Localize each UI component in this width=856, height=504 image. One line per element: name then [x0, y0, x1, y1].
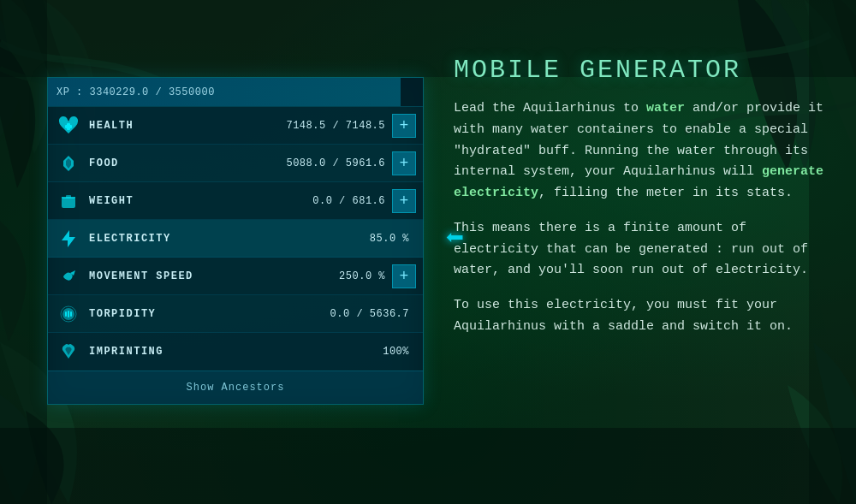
- p1-water-highlight: water: [646, 101, 685, 116]
- health-icon: [55, 112, 82, 139]
- food-plus-button[interactable]: +: [392, 151, 416, 175]
- movement-value: 250.0 %: [339, 270, 385, 282]
- page-title: Mobile Generator: [454, 56, 830, 85]
- electricity-icon: [55, 225, 82, 252]
- food-value: 5088.0 / 5961.6: [286, 157, 385, 169]
- p1-text-end: , filling the meter in its stats.: [538, 186, 793, 200]
- movement-plus-button[interactable]: +: [392, 264, 416, 288]
- weight-label: WEIGHT: [89, 195, 312, 207]
- xp-text: XP : 3340229.0 / 3550000: [56, 83, 414, 102]
- torpidity-value: 0.0 / 5636.7: [330, 308, 409, 320]
- svg-marker-11: [62, 230, 75, 247]
- imprinting-value: 100%: [383, 346, 409, 358]
- food-label: FOOD: [89, 157, 286, 169]
- movement-row: MOVEMENT SPEED 250.0 % +: [48, 258, 423, 295]
- paragraph-3: To use this electricity, you must fit yo…: [454, 295, 830, 338]
- movement-icon: [55, 263, 82, 290]
- food-row: FOOD 5088.0 / 5961.6 +: [48, 145, 423, 182]
- electricity-value: 85.0 %: [370, 233, 409, 245]
- food-icon: [55, 150, 82, 177]
- electricity-row: ELECTRICITY 85.0 % ⬅: [48, 220, 423, 258]
- paragraph-2: This means there is a finite amount of e…: [454, 218, 830, 282]
- health-plus-button[interactable]: +: [392, 114, 416, 138]
- health-label: HEALTH: [89, 120, 286, 132]
- imprinting-icon: [55, 338, 82, 365]
- weight-plus-button[interactable]: +: [392, 189, 416, 213]
- health-value: 7148.5 / 7148.5: [286, 120, 385, 132]
- weight-value: 0.0 / 681.6: [312, 195, 385, 207]
- show-ancestors-button[interactable]: Show Ancestors: [48, 371, 423, 404]
- electricity-label: ELECTRICITY: [89, 233, 370, 245]
- p1-text-before: Lead the Aquilarhinus to: [454, 101, 646, 116]
- imprinting-label: IMPRINTING: [89, 346, 383, 358]
- movement-label: MOVEMENT SPEED: [89, 270, 339, 282]
- imprinting-row: IMPRINTING 100%: [48, 333, 423, 371]
- torpidity-row: TORPIDITY 0.0 / 5636.7: [48, 295, 423, 333]
- torpidity-icon: [55, 300, 82, 328]
- info-description: Lead the Aquilarhinus to water and/or pr…: [454, 98, 830, 338]
- stats-panel: XP : 3340229.0 / 3550000 HEALTH 7148.5 /…: [47, 77, 424, 405]
- torpidity-label: TORPIDITY: [89, 308, 330, 320]
- svg-rect-5: [65, 125, 72, 128]
- weight-row: WEIGHT 0.0 / 681.6 +: [48, 182, 423, 220]
- svg-rect-8: [62, 198, 75, 208]
- info-panel: Mobile Generator Lead the Aquilarhinus t…: [445, 47, 839, 360]
- health-row: HEALTH 7148.5 / 7148.5 +: [48, 107, 423, 145]
- weight-icon: [55, 187, 82, 215]
- paragraph-1: Lead the Aquilarhinus to water and/or pr…: [454, 98, 830, 205]
- xp-bar-container: XP : 3340229.0 / 3550000: [48, 78, 423, 107]
